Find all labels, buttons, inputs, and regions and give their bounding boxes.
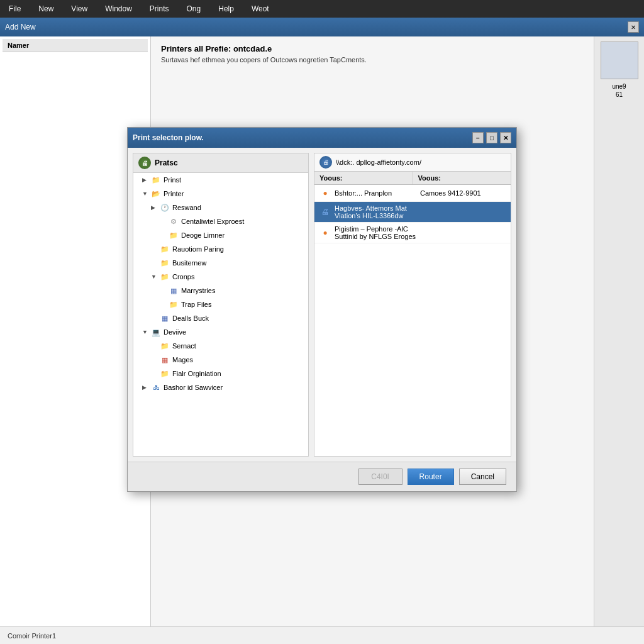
col-value-header: Voous: xyxy=(413,172,511,184)
tree-expand-icon: ▶ xyxy=(142,384,148,391)
tree-item[interactable]: ▦Mages xyxy=(133,353,308,367)
list-panel: 🖨 \\dck:. dpllog-affietonty.com/ Yoous: … xyxy=(314,153,511,457)
tree-item-icon: ▦ xyxy=(169,286,179,296)
menu-help[interactable]: Help xyxy=(214,3,238,14)
tree-item-label: Trap Files xyxy=(181,301,212,308)
bg-sidebar-header: Namer xyxy=(3,39,148,52)
tree-item[interactable]: 📁Sernact xyxy=(133,339,308,353)
menu-view[interactable]: View xyxy=(67,3,91,14)
tree-item-label: Deoge Limner xyxy=(181,231,225,239)
address-icon: 🖨 xyxy=(319,156,332,169)
tree-item-label: Fialr Orginiation xyxy=(172,370,221,377)
tree-header: 🖨 Pratsc xyxy=(133,153,308,173)
bg-main-title: Printers all Prefie: ontcdad.e xyxy=(161,44,584,53)
cancel-button[interactable]: Cancel xyxy=(459,469,506,485)
tree-item[interactable]: ▼📂Printer xyxy=(133,187,308,201)
bg-right-text2: 61 xyxy=(616,91,623,98)
bg-right-text1: une9 xyxy=(612,83,626,90)
tree-item-icon: ▦ xyxy=(160,313,170,323)
tree-item-icon: 📁 xyxy=(169,299,179,309)
menu-file[interactable]: File xyxy=(5,3,25,14)
tree-item-label: Centaliwtel Exproest xyxy=(181,218,244,225)
tree-item-label: Prinst xyxy=(164,176,181,184)
bg-window-title: Add New xyxy=(5,23,36,31)
tree-item-label: Bashor id Sawvicer xyxy=(164,384,223,391)
modal-title: Print selecton plow. xyxy=(133,133,204,142)
bg-minimize-btn[interactable]: ✕ xyxy=(628,21,639,33)
address-path: \\dck:. dpllog-affietonty.com/ xyxy=(336,158,421,166)
list-rows[interactable]: ●Bshtor:... PranplonCamoes 9412-9901🖨Hag… xyxy=(314,185,511,456)
menu-new[interactable]: New xyxy=(35,3,57,14)
tree-item[interactable]: ▦Dealls Buck xyxy=(133,311,308,325)
menu-ong[interactable]: Ong xyxy=(183,3,205,14)
tree-item[interactable]: ▶🕐Reswand xyxy=(133,201,308,214)
tree-item-label: Dealls Buck xyxy=(172,314,209,322)
modal-maximize-btn[interactable]: □ xyxy=(486,132,497,143)
tree-panel: 🖨 Pratsc ▶📁Prinst▼📂Printer▶🕐Reswand⚙Cent… xyxy=(133,153,309,457)
tree-item[interactable]: 📁Rauotiom Paring xyxy=(133,242,308,256)
list-row-name: Hagbves- Attemors Mat Viation's HIL-L336… xyxy=(335,204,420,219)
status-bar: Comoir Printer1 xyxy=(0,626,644,644)
menu-window[interactable]: Window xyxy=(101,3,136,14)
list-row[interactable]: 🖨Hagbves- Attemors Mat Viation's HIL-L33… xyxy=(314,202,511,223)
tree-item-icon: 📁 xyxy=(160,258,170,268)
tree-item[interactable]: 📁Trap Files xyxy=(133,297,308,311)
tree-item[interactable]: 📁Fialr Orginiation xyxy=(133,367,308,380)
tree-item-label: Sernact xyxy=(172,342,196,350)
address-bar: 🖨 \\dck:. dpllog-affietonty.com/ xyxy=(314,153,511,172)
tree-expand-icon: ▼ xyxy=(142,191,148,197)
tree-item-icon: 🕐 xyxy=(160,203,170,213)
list-columns: Yoous: Voous: xyxy=(314,172,511,185)
bg-main-desc: Surtavas hef ethmea you copers of Outcow… xyxy=(161,56,584,64)
tree-container: ▶📁Prinst▼📂Printer▶🕐Reswand⚙Centaliwtel E… xyxy=(133,173,308,394)
tree-item-label: Printer xyxy=(164,190,184,197)
list-row-value: Camoes 9412-9901 xyxy=(420,189,506,197)
tree-item-icon: ⚙ xyxy=(169,216,179,226)
col-name-header: Yoous: xyxy=(314,172,413,184)
modal-footer: C4I0I Router Cancel xyxy=(128,462,516,491)
tree-item[interactable]: 📁Busiternew xyxy=(133,256,308,270)
tree-item-icon: 🖧 xyxy=(151,382,161,392)
bg-right-panel: une9 61 xyxy=(594,36,644,644)
list-row-icon: ● xyxy=(319,227,331,238)
tree-item-label: Rauotiom Paring xyxy=(172,245,224,253)
tree-item-icon: 📁 xyxy=(160,369,170,379)
tree-item-icon: 📁 xyxy=(160,341,170,351)
menu-prints[interactable]: Prints xyxy=(146,3,173,14)
tree-item-label: Deviive xyxy=(164,328,186,336)
tree-expand-icon: ▶ xyxy=(151,204,157,211)
list-row-name: Bshtor:... Pranplon xyxy=(335,189,420,197)
tree-item[interactable]: ⚙Centaliwtel Exproest xyxy=(133,214,308,228)
tree-item[interactable]: ▶📁Prinst xyxy=(133,173,308,187)
tree-item-label: Busiternew xyxy=(172,259,206,267)
tree-item-icon: 📂 xyxy=(151,189,161,199)
menu-weot[interactable]: Weot xyxy=(248,3,273,14)
tree-item[interactable]: ▶🖧Bashor id Sawvicer xyxy=(133,380,308,394)
bg-window-titlebar: Add New ✕ xyxy=(0,18,644,36)
tree-header-label: Pratsc xyxy=(155,158,178,167)
modal-title-buttons: − □ ✕ xyxy=(472,132,511,143)
tree-item-label: Mages xyxy=(172,356,193,364)
modal-minimize-btn[interactable]: − xyxy=(472,132,484,143)
tree-item-icon: 📁 xyxy=(160,244,170,254)
tree-item[interactable]: ▼📁Cronps xyxy=(133,270,308,284)
tree-item[interactable]: 📁Deoge Limner xyxy=(133,228,308,242)
list-row[interactable]: ●Bshtor:... PranplonCamoes 9412-9901 xyxy=(314,185,511,202)
status-text: Comoir Printer1 xyxy=(8,632,56,640)
modal-titlebar: Print selecton plow. − □ ✕ xyxy=(128,128,516,148)
tree-expand-icon: ▼ xyxy=(142,329,148,335)
router-button[interactable]: Router xyxy=(408,469,454,485)
modal-close-btn[interactable]: ✕ xyxy=(500,132,511,143)
print-selection-dialog: Print selecton plow. − □ ✕ 🖨 Pratsc ▶📁Pr… xyxy=(127,127,517,492)
tree-item[interactable]: ▦Marrystries xyxy=(133,284,308,297)
list-row[interactable]: ●Pigistim – Pephore -AlC Suttinid by NFL… xyxy=(314,223,511,243)
menubar: File New View Window Prints Ong Help Weo… xyxy=(0,0,644,18)
tree-item-label: Reswand xyxy=(172,204,201,211)
tree-item-icon: 📁 xyxy=(169,230,179,240)
ok-button[interactable]: C4I0I xyxy=(358,469,402,485)
tree-item[interactable]: ▼💻Deviive xyxy=(133,325,308,339)
tree-expand-icon: ▼ xyxy=(151,274,157,280)
modal-body: 🖨 Pratsc ▶📁Prinst▼📂Printer▶🕐Reswand⚙Cent… xyxy=(128,148,516,462)
list-row-name: Pigistim – Pephore -AlC Suttinid by NFLG… xyxy=(335,225,420,240)
tree-item-icon: 📁 xyxy=(151,175,161,185)
